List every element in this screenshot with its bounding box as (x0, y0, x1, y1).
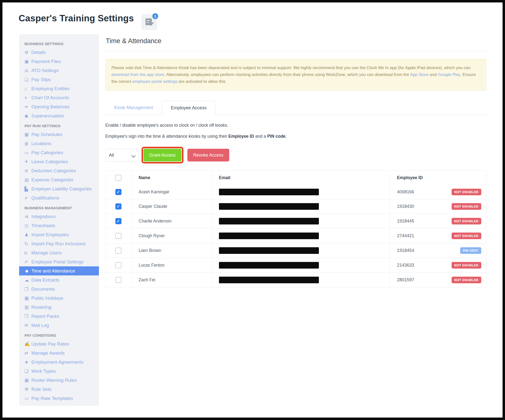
sidebar-item-pay-schedules[interactable]: ▦Pay Schedules (19, 130, 99, 139)
sidebar-item-pay-categories[interactable]: ▭Pay Categories (19, 148, 99, 157)
redacted-email (219, 218, 319, 224)
notice-text: Please note that Time & Attendance Kiosk… (111, 65, 470, 70)
description-line1: Enable / disable employee's access to cl… (105, 123, 486, 128)
employee-id: 1918445 (397, 219, 414, 224)
redacted-email (219, 189, 319, 195)
row-checkbox[interactable]: ✓ (115, 203, 121, 210)
description-text: Employee's sign into the time & attendan… (105, 134, 228, 139)
description-text: . (286, 134, 287, 139)
sidebar-item-manage-awards[interactable]: ⇄Manage Awards (19, 348, 99, 358)
sidebar-item-details[interactable]: ⚙Details (19, 48, 99, 57)
sidebar-item-label: Pay Schedules (31, 132, 62, 137)
sidebar-item-roster-warning-rules[interactable]: ▦Roster Warning Rules (19, 376, 99, 385)
page: Casper's Training Settings 1 BUSINESS SE… (2, 2, 503, 418)
sidebar-item-label: ATO Settings (31, 68, 59, 73)
sidebar-item-time-and-attendance[interactable]: ☻Time and Attendance (19, 266, 99, 275)
table-row: Liam Brown1918454PIN SENT (106, 243, 486, 258)
sidebar-item-pay-rate-templates[interactable]: ▭Pay Rate Templates (19, 394, 99, 403)
sidebar-item-opening-balances[interactable]: ❧Opening Balances (19, 102, 99, 111)
calendar-roster-icon: ▥ (24, 305, 31, 309)
sidebar-item-qualifications[interactable]: ✔Qualifications (19, 193, 99, 202)
sidebar-item-work-types[interactable]: ❑Work Types (19, 367, 99, 376)
employee-filter-select[interactable]: All (105, 149, 139, 161)
row-checkbox[interactable] (115, 247, 121, 254)
sidebar-item-label: Employer Liability Categories (31, 186, 92, 192)
sidebar-item-label: Deduction Categories (31, 168, 76, 173)
sidebar-item-documents[interactable]: ❒Documents (19, 284, 99, 294)
sidebar-item-leave-categories[interactable]: ✈Leave Categories (19, 157, 99, 166)
status-badge: NOT ENABLED (452, 262, 481, 269)
sidebar-item-mail-log[interactable]: ✉Mail Log (19, 321, 99, 330)
table-row: Clough Ryner2744421NOT ENABLED (106, 228, 486, 243)
sidebar-item-timesheets[interactable]: ◷Timesheets (19, 221, 99, 230)
sidebar-item-expense-categories[interactable]: ▤Expense Categories (19, 175, 99, 184)
sidebar-item-integrations[interactable]: ⇉Integrations (19, 212, 99, 221)
sidebar-item-deduction-categories[interactable]: ⊖Deduction Categories (19, 166, 99, 175)
row-checkbox[interactable]: ✓ (115, 218, 121, 224)
sidebar-item-import-employees[interactable]: ♟Import Employees (19, 230, 99, 239)
sidebar-item-employing-entities[interactable]: ⌂Employing Entities (19, 84, 99, 93)
folder-icon: ❒ (24, 287, 31, 291)
sidebar-item-data-extracts[interactable]: ☁Data Extracts (19, 275, 99, 284)
sidebar-item-label: Work Types (31, 369, 56, 374)
row-checkbox[interactable] (115, 233, 121, 239)
select-all-checkbox[interactable] (115, 175, 121, 181)
sidebar-item-label: Chart Of Accounts (31, 95, 69, 100)
sidebar-item-rule-sets[interactable]: ⚒Rule Sets (19, 385, 99, 394)
sidebar-item-locations[interactable]: ◍Locations (19, 139, 99, 148)
sidebar-item-report-packs[interactable]: ❐Report Packs (19, 312, 99, 321)
sidebar-item-import-pay-run-inclusions[interactable]: ↻Import Pay Run Inclusions (19, 239, 99, 248)
grant-access-button[interactable]: Grant Access (144, 149, 181, 161)
tab-employee-access[interactable]: Employee Access (162, 101, 216, 115)
sidebar-section-heading: BUSINESS SETTINGS (19, 38, 99, 48)
redacted-email (219, 233, 319, 239)
sidebar-item-label: Update Pay Rates (31, 341, 69, 347)
sidebar-section-heading: BUSINESS MANAGEMENT (19, 202, 99, 212)
notes-button[interactable]: 1 (142, 14, 157, 30)
scales-icon: ⚖ (24, 68, 31, 73)
sidebar-item-label: Integrations (31, 214, 56, 219)
sidebar-item-label: Leave Categories (31, 159, 68, 164)
sidebar-item-chart-of-accounts[interactable]: ≡Chart Of Accounts (19, 93, 99, 102)
notice-link-google-play[interactable]: Google Play (438, 72, 460, 77)
sidebar-item-label: Data Extracts (31, 277, 59, 283)
sidebar-item-employment-agreements[interactable]: ★Employment Agreements (19, 358, 99, 367)
chevron-down-icon (132, 154, 135, 159)
sidebar-item-manage-users[interactable]: ◘Manage Users (19, 248, 99, 257)
row-checkbox[interactable] (115, 262, 121, 268)
bank-icon: ⌂ (24, 86, 31, 91)
sidebar-section-heading: PAY RUN SETTINGS (19, 120, 99, 130)
row-checkbox[interactable]: ✓ (115, 189, 121, 195)
employee-id: 2744421 (397, 233, 414, 238)
sidebar-item-update-pay-rates[interactable]: ✍Update Pay Rates (19, 339, 99, 348)
sidebar-item-ato-settings[interactable]: ⚖ATO Settings (19, 66, 99, 75)
revoke-access-button[interactable]: Revoke Access (187, 149, 229, 161)
sidebar-item-pay-slips[interactable]: ❏Pay Slips (19, 75, 99, 84)
redacted-email (219, 277, 319, 283)
employee-name: Zach Fei (131, 273, 212, 287)
employee-name: Liam Brown (131, 243, 212, 258)
lock-icon: ◘ (24, 251, 31, 255)
sidebar-item-employer-liability-categories[interactable]: ▙Employer Liability Categories (19, 184, 99, 193)
sidebar-item-label: Payment Files (31, 59, 61, 64)
page-title: Casper's Training Settings (19, 13, 134, 24)
employee-name: Charlie Anderson (131, 214, 212, 228)
sidebar-item-superannuation[interactable]: ◉Superannuation (19, 111, 99, 120)
tab-kiosk-management[interactable]: Kiosk Management (105, 100, 162, 115)
sidebar-item-employee-portal-settings[interactable]: ✐Employee Portal Settings (19, 257, 99, 266)
lifebuoy-icon: ◉ (24, 114, 31, 118)
notice-text: and (429, 72, 438, 77)
row-checkbox[interactable] (115, 277, 121, 283)
sidebar-item-public-holidays[interactable]: ▦Public Holidays (19, 294, 99, 303)
sidebar-item-payment-files[interactable]: ▣Payment Files (19, 57, 99, 66)
hand-coin-icon: ✍ (24, 342, 31, 346)
sidebar-item-rostering[interactable]: ▥Rostering (19, 303, 99, 312)
notice-link-download-from-the-app-store[interactable]: download from the app store (111, 72, 164, 77)
sidebar-item-label: Manage Users (31, 250, 62, 256)
notice-link-employee-portal-settings[interactable]: employee portal settings (132, 79, 177, 84)
globe-icon: ◍ (24, 141, 31, 146)
calendar-coin-icon: ▦ (24, 378, 31, 383)
plane-icon: ✈ (24, 160, 31, 164)
notice-link-app-store[interactable]: App Store (410, 72, 429, 77)
employee-id: 4008166 (397, 189, 414, 195)
